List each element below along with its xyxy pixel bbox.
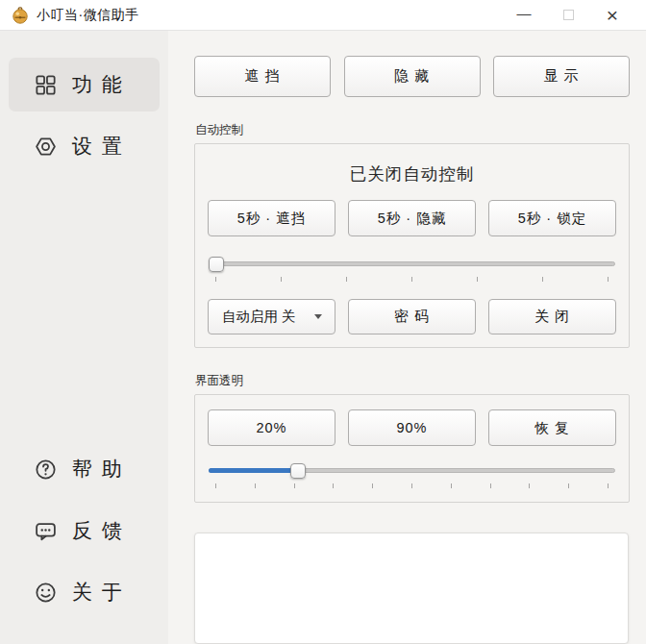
- minimize-icon: —: [517, 6, 532, 20]
- sidebar-item-label: 功 能: [72, 71, 124, 98]
- slider-tick: [411, 483, 412, 488]
- cover-5s-button[interactable]: 5秒 · 遮挡: [208, 200, 335, 236]
- window-title: 小叮当·微信助手: [37, 7, 139, 24]
- slider-tick: [490, 483, 491, 488]
- slider-handle[interactable]: [290, 463, 306, 479]
- sidebar-item-label: 帮 助: [72, 456, 124, 483]
- sidebar-item-label: 反 馈: [72, 517, 124, 544]
- sidebar-item-settings[interactable]: 设 置: [9, 119, 160, 173]
- chevron-down-icon: [314, 314, 322, 319]
- auto-control-status: 已关闭自动控制: [208, 162, 616, 186]
- slider-ticks: [215, 483, 609, 489]
- slider-tick: [346, 277, 347, 282]
- slider-tick: [542, 277, 543, 282]
- auto-control-section-label: 自动控制: [195, 122, 630, 138]
- transparency-buttons: 20% 90% 恢 复: [208, 409, 616, 446]
- slider-tick: [529, 483, 530, 488]
- transparency-section-label: 界面透明: [195, 373, 630, 389]
- slider-tick: [608, 483, 609, 488]
- cover-button[interactable]: 遮 挡: [194, 56, 331, 97]
- show-button[interactable]: 显 示: [493, 56, 630, 97]
- auto-control-slider[interactable]: [209, 257, 615, 272]
- slider-tick: [215, 277, 216, 282]
- smiley-icon: [34, 581, 58, 605]
- grid-icon: [34, 73, 58, 97]
- sidebar-item-help[interactable]: 帮 助: [9, 440, 160, 498]
- slider-tick: [281, 277, 282, 282]
- auto-control-bottom-row: 自动启用 关 密 码 关 闭: [208, 299, 616, 334]
- sidebar-item-label: 设 置: [72, 133, 124, 160]
- maximize-icon: [563, 10, 574, 20]
- gear-icon: [34, 135, 58, 159]
- slider-tick: [333, 483, 334, 488]
- transparency-group: 20% 90% 恢 复: [194, 394, 630, 503]
- auto-enable-dropdown-value: 自动启用 关: [222, 308, 314, 326]
- slider-ticks: [215, 277, 609, 283]
- close-button[interactable]: ×: [590, 0, 634, 31]
- opacity-90-button[interactable]: 90%: [348, 409, 476, 446]
- slider-tick: [372, 483, 373, 488]
- slider-tick: [294, 483, 295, 488]
- chat-bubble-icon: [34, 519, 58, 543]
- title-bar: 小叮当·微信助手 — ×: [0, 0, 646, 31]
- sidebar: 功 能 设 置 帮 助: [0, 31, 168, 644]
- close-icon: ×: [607, 5, 618, 25]
- sidebar-item-about[interactable]: 关 于: [9, 563, 160, 621]
- opacity-restore-button[interactable]: 恢 复: [488, 409, 616, 446]
- slider-tick: [215, 483, 216, 488]
- main-content: 遮 挡 隐 藏 显 示 自动控制 已关闭自动控制 5秒 · 遮挡 5秒 · 隐藏…: [168, 31, 646, 644]
- slider-tick: [451, 483, 452, 488]
- slider-fill: [209, 468, 294, 473]
- opacity-20-button[interactable]: 20%: [208, 409, 335, 446]
- question-circle-icon: [34, 458, 58, 482]
- sidebar-item-label: 关 于: [72, 579, 124, 606]
- password-button[interactable]: 密 码: [348, 299, 476, 334]
- slider-handle[interactable]: [209, 257, 224, 272]
- slider-track[interactable]: [209, 261, 615, 266]
- hide-button[interactable]: 隐 藏: [344, 56, 481, 97]
- window-controls: — ×: [502, 0, 634, 31]
- lock-5s-button[interactable]: 5秒 · 锁定: [488, 200, 616, 236]
- transparency-slider[interactable]: [209, 463, 615, 479]
- slider-tick: [477, 277, 478, 282]
- maximize-button[interactable]: [546, 0, 590, 31]
- auto-enable-dropdown[interactable]: 自动启用 关: [208, 299, 335, 334]
- slider-tick: [255, 483, 256, 488]
- sidebar-item-feedback[interactable]: 反 馈: [9, 502, 160, 559]
- bell-app-icon: [12, 7, 29, 24]
- slider-tick: [568, 483, 569, 488]
- sidebar-item-features[interactable]: 功 能: [9, 58, 160, 111]
- top-button-row: 遮 挡 隐 藏 显 示: [194, 56, 630, 97]
- auto-control-group: 已关闭自动控制 5秒 · 遮挡 5秒 · 隐藏 5秒 · 锁定 自动启用 关: [194, 143, 630, 348]
- hide-5s-button[interactable]: 5秒 · 隐藏: [348, 200, 476, 236]
- sidebar-spacer: [9, 181, 160, 440]
- minimize-button[interactable]: —: [502, 0, 546, 31]
- slider-tick: [411, 277, 412, 282]
- log-textarea[interactable]: [194, 533, 629, 644]
- auto-control-buttons: 5秒 · 遮挡 5秒 · 隐藏 5秒 · 锁定: [208, 200, 616, 236]
- app-window: 小叮当·微信助手 — × 功 能: [0, 0, 646, 644]
- close-auto-button[interactable]: 关 闭: [488, 299, 616, 334]
- slider-tick: [608, 277, 609, 282]
